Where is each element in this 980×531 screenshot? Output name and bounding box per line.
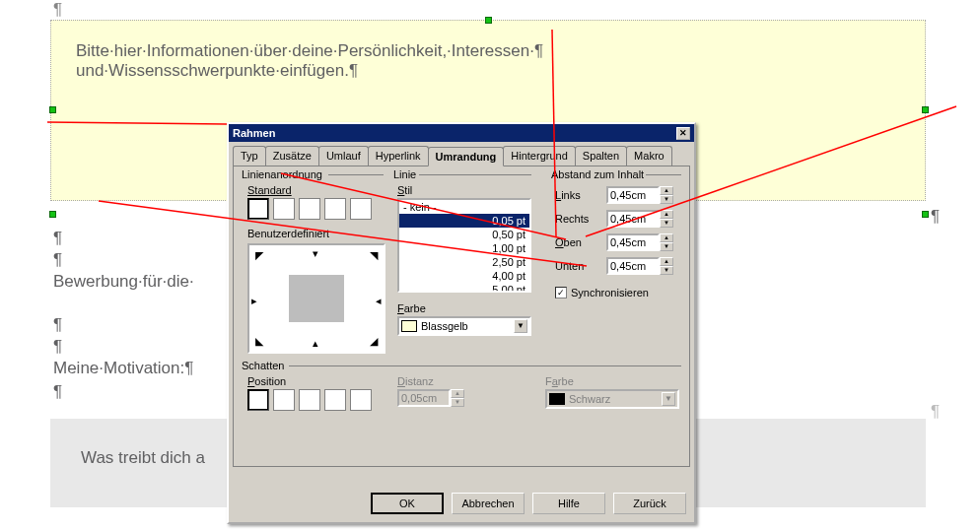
label-distanz: Distanz bbox=[397, 375, 434, 387]
shadow-tl[interactable] bbox=[273, 389, 295, 411]
border-preset-all[interactable] bbox=[324, 198, 346, 220]
spacing-bottom[interactable]: ▲▼ bbox=[606, 257, 673, 275]
shadow-tr[interactable] bbox=[299, 389, 320, 411]
paragraph-mark: ¶ bbox=[53, 0, 62, 20]
tab-zusatze[interactable]: Zusätze bbox=[265, 146, 319, 166]
label-shadow-farbe: Farbe bbox=[545, 375, 574, 387]
tab-makro[interactable]: Makro bbox=[626, 146, 672, 166]
label-benutzerdefiniert: Benutzerdefiniert bbox=[247, 228, 329, 239]
dialog-buttons: OK Abbrechen Hilfe Zurück bbox=[371, 493, 686, 514]
tab-spalten[interactable]: Spalten bbox=[575, 146, 627, 166]
group-linienanordnung: Linienanordnung bbox=[240, 168, 324, 180]
shadow-br[interactable] bbox=[350, 389, 372, 411]
frame-text: Bitte·hier·Informationen·über·deine·Pers… bbox=[76, 41, 543, 81]
ok-button[interactable]: OK bbox=[371, 493, 444, 514]
tab-hyperlink[interactable]: Hyperlink bbox=[368, 146, 429, 166]
paragraph-mark: ¶ bbox=[931, 402, 940, 422]
spacing-right[interactable]: ▲▼ bbox=[606, 210, 673, 228]
paragraph-mark: ¶ bbox=[53, 337, 62, 357]
label-farbe: Farbe bbox=[397, 302, 426, 314]
tab-typ[interactable]: Typ bbox=[233, 146, 266, 166]
paragraph-mark: ¶ bbox=[53, 382, 62, 402]
border-preset-none[interactable] bbox=[247, 198, 269, 220]
tab-umrandung[interactable]: Umrandung bbox=[428, 147, 505, 166]
group-linie: Linie bbox=[391, 168, 418, 180]
border-preset-shadow[interactable] bbox=[299, 198, 320, 220]
resize-handle[interactable] bbox=[49, 106, 56, 113]
shadow-bl[interactable] bbox=[324, 389, 346, 411]
resize-handle[interactable] bbox=[922, 211, 929, 218]
paragraph-mark: ¶ bbox=[931, 207, 940, 227]
paragraph-mark: ¶ bbox=[53, 250, 62, 270]
resize-handle[interactable] bbox=[49, 211, 56, 218]
group-abstand: Abstand zum Inhalt bbox=[549, 168, 646, 180]
shadow-color-combo: Schwarz▼ bbox=[545, 389, 679, 409]
body-text: Bewerbung·für·die· bbox=[53, 272, 194, 292]
resize-handle[interactable] bbox=[485, 17, 492, 24]
shadow-distance: ▲▼ bbox=[397, 389, 464, 407]
spacing-top[interactable]: ▲▼ bbox=[606, 233, 673, 251]
spacing-left[interactable]: ▲▼ bbox=[606, 186, 673, 204]
label-standard: Standard bbox=[247, 184, 292, 196]
tab-panel-umrandung: Linienanordnung Standard Benutzerdefinie… bbox=[233, 166, 690, 467]
help-button[interactable]: Hilfe bbox=[532, 493, 605, 514]
dialog-title: Rahmen bbox=[233, 127, 275, 139]
paragraph-mark: ¶ bbox=[53, 229, 62, 248]
paragraph-mark: ¶ bbox=[53, 315, 62, 335]
tab-umlauf[interactable]: Umlauf bbox=[318, 146, 369, 166]
border-preset-box[interactable] bbox=[273, 198, 295, 220]
border-preview[interactable]: ◤ ◥ ◣ ◢ ▾ ▴ ▸ ◂ bbox=[247, 243, 385, 354]
tab-bar: Typ Zusätze Umlauf Hyperlink Umrandung H… bbox=[233, 146, 690, 166]
line-color-combo[interactable]: Blassgelb▼ bbox=[397, 316, 531, 336]
border-preset-outer[interactable] bbox=[350, 198, 372, 220]
shadow-none[interactable] bbox=[247, 389, 269, 411]
dialog-titlebar[interactable]: Rahmen ✕ bbox=[229, 124, 694, 142]
body-text: Meine·Motivation:¶ bbox=[53, 359, 193, 378]
label-rechts: Rechts bbox=[555, 213, 606, 225]
label-position: Position bbox=[247, 375, 286, 387]
tab-hintergrund[interactable]: Hintergrund bbox=[503, 146, 575, 166]
back-button[interactable]: Zurück bbox=[613, 493, 686, 514]
group-schatten: Schatten bbox=[240, 360, 286, 371]
close-button[interactable]: ✕ bbox=[676, 127, 690, 140]
frame-dialog: Rahmen ✕ Typ Zusätze Umlauf Hyperlink Um… bbox=[227, 122, 696, 524]
resize-handle[interactable] bbox=[922, 106, 929, 113]
grey-text: Was treibt dich a bbox=[81, 448, 205, 468]
label-oben: Oben bbox=[555, 236, 606, 248]
sync-checkbox[interactable]: ✓Synchronisieren bbox=[555, 287, 649, 299]
label-links: Links bbox=[555, 189, 606, 201]
cancel-button[interactable]: Abbrechen bbox=[452, 493, 525, 514]
line-style-list[interactable]: - kein - 0,05 pt 0,50 pt 1,00 pt 2,50 pt… bbox=[397, 198, 531, 293]
label-unten: Unten bbox=[555, 260, 606, 272]
label-stil: Stil bbox=[397, 184, 412, 196]
